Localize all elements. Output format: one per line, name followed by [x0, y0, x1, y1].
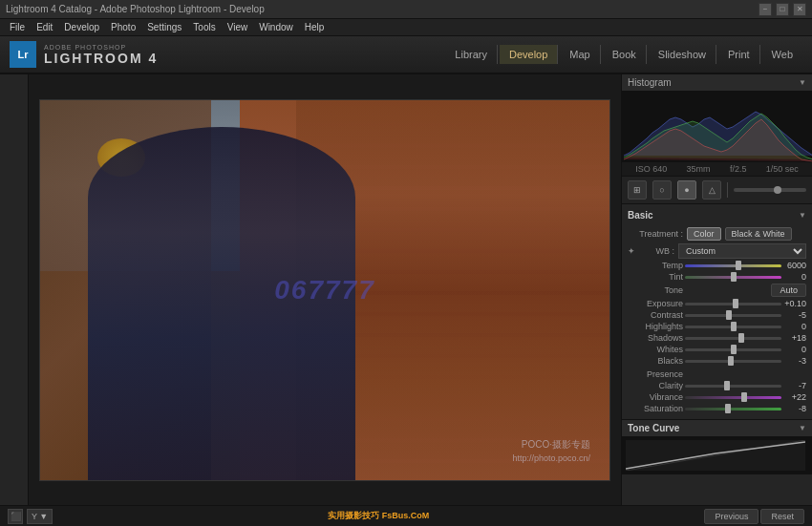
eyedropper-icon[interactable]: ✦ — [628, 246, 635, 256]
nav-tab-book[interactable]: Book — [603, 45, 647, 64]
temp-value: 6000 — [783, 261, 806, 270]
wb-row: ✦ WB : Custom — [628, 243, 806, 259]
reset-button[interactable]: Reset — [760, 509, 804, 524]
saturation-slider[interactable] — [685, 408, 781, 410]
histogram-title: Histogram — [628, 77, 672, 88]
contrast-row: Contrast -5 — [628, 310, 806, 320]
maximize-button[interactable]: □ — [776, 3, 789, 16]
menu-item-view[interactable]: View — [222, 22, 254, 32]
contrast-label: Contrast — [628, 310, 683, 320]
highlights-row: Highlights 0 — [628, 322, 806, 331]
blacks-thumb — [728, 356, 734, 366]
tint-slider[interactable] — [685, 276, 781, 279]
blacks-slider[interactable] — [685, 360, 781, 363]
vibrance-slider[interactable] — [685, 396, 781, 399]
exposure-label: Exposure — [628, 299, 683, 308]
temp-row: Temp 6000 — [628, 261, 806, 270]
close-button[interactable]: ✕ — [793, 3, 806, 16]
histogram-arrow: ▼ — [799, 78, 806, 87]
tone-row: Tone Auto — [628, 284, 806, 297]
nav-tab-develop[interactable]: Develop — [500, 45, 558, 64]
histogram-canvas — [622, 91, 812, 162]
histogram-header: Histogram ▼ — [622, 74, 812, 91]
window-controls[interactable]: − □ ✕ — [759, 3, 806, 16]
tone-curve-header[interactable]: Tone Curve ▼ — [622, 420, 812, 436]
menu-item-edit[interactable]: Edit — [31, 22, 58, 32]
watermark-bottom: 实用摄影技巧 FsBus.CoM — [328, 510, 429, 522]
left-panel — [0, 74, 29, 505]
view-icon[interactable]: ⬛ — [8, 509, 23, 524]
menu-item-develop[interactable]: Develop — [58, 22, 105, 32]
menu-bar: FileEditDevelopPhotoSettingsToolsViewWin… — [0, 19, 812, 36]
shadows-slider[interactable] — [685, 337, 781, 340]
menu-item-settings[interactable]: Settings — [141, 22, 187, 32]
previous-button[interactable]: Previous — [704, 509, 759, 524]
nav-tab-library[interactable]: Library — [445, 45, 498, 64]
color-button[interactable]: Color — [687, 227, 721, 241]
nav-tab-print[interactable]: Print — [718, 45, 760, 64]
temp-slider[interactable] — [685, 264, 781, 267]
menu-item-photo[interactable]: Photo — [105, 22, 141, 32]
whites-row: Whites 0 — [628, 345, 806, 354]
menu-item-tools[interactable]: Tools — [187, 22, 221, 32]
subject-silhouette — [88, 127, 355, 480]
redeye-tool[interactable]: ● — [677, 180, 696, 200]
auto-button[interactable]: Auto — [771, 284, 806, 297]
nav-tab-slideshow[interactable]: Slideshow — [649, 45, 716, 64]
app-title: LIGHTROOM 4 — [44, 51, 158, 66]
gradient-tool[interactable]: △ — [702, 180, 721, 200]
crop-tool[interactable]: ⊞ — [628, 180, 647, 200]
tint-value: 0 — [783, 272, 806, 282]
main-layout: 067777 POCO·摄影专题 http://photo.poco.cn/ H… — [0, 74, 812, 505]
aperture: f/2.5 — [730, 164, 747, 174]
lr-badge: Lr — [10, 41, 36, 68]
clarity-slider[interactable] — [685, 385, 781, 388]
minimize-button[interactable]: − — [759, 3, 772, 16]
exposure-value: +0.10 — [783, 299, 806, 308]
histogram-info: ISO 640 35mm f/2.5 1/50 sec — [622, 162, 812, 176]
tool-slider[interactable] — [734, 188, 806, 192]
exposure-thumb — [733, 299, 738, 308]
bottom-bar: ⬛ Y ▼ 实用摄影技巧 FsBus.CoM Previous Reset — [0, 505, 812, 526]
tone-curve-chart — [626, 440, 805, 471]
temp-label: Temp — [628, 261, 683, 270]
blacks-row: Blacks -3 — [628, 356, 806, 366]
nav-tab-web[interactable]: Web — [762, 45, 802, 64]
presence-row: Presence — [628, 369, 806, 379]
nav-tabs: LibraryDevelopMapBookSlideshowPrintWeb — [445, 45, 802, 64]
adobe-label: ADOBE PHOTOSHOP — [44, 44, 158, 51]
title-text: Lightroom 4 Catalog - Adobe Photoshop Li… — [6, 4, 265, 14]
bw-button[interactable]: Black & White — [725, 227, 792, 241]
shutter-speed: 1/50 sec — [766, 164, 799, 174]
menu-item-window[interactable]: Window — [253, 22, 299, 32]
wb-select[interactable]: Custom — [678, 243, 806, 259]
spot-heal-tool[interactable]: ○ — [652, 180, 672, 200]
basic-section-header[interactable]: Basic ▼ — [628, 208, 806, 224]
tint-row: Tint 0 — [628, 272, 806, 282]
tint-label: Tint — [628, 272, 683, 282]
treatment-row: Treatment : Color Black & White — [628, 227, 806, 241]
nav-tab-map[interactable]: Map — [560, 45, 600, 64]
exposure-slider[interactable] — [685, 303, 781, 305]
tone-curve-area — [622, 436, 812, 474]
tool-divider — [727, 182, 728, 198]
vibrance-row: Vibrance +22 — [628, 392, 806, 402]
clarity-value: -7 — [783, 381, 806, 390]
highlights-slider[interactable] — [685, 326, 781, 328]
menu-item-help[interactable]: Help — [299, 22, 331, 32]
iso-value: ISO 640 — [635, 164, 667, 174]
clarity-row: Clarity -7 — [628, 381, 806, 390]
whites-thumb — [731, 345, 737, 354]
wb-label: WB : — [641, 246, 674, 256]
whites-slider[interactable] — [685, 348, 781, 351]
highlights-value: 0 — [783, 322, 806, 331]
menu-item-file[interactable]: File — [4, 22, 31, 32]
photo-container: 067777 POCO·摄影专题 http://photo.poco.cn/ — [39, 99, 610, 481]
tone-curve-title: Tone Curve — [628, 423, 679, 433]
shadows-value: +18 — [783, 333, 806, 343]
whites-label: Whites — [628, 345, 683, 354]
basic-title: Basic — [628, 210, 653, 221]
contrast-slider[interactable] — [685, 314, 781, 317]
coord-label[interactable]: Y ▼ — [27, 509, 53, 524]
clarity-thumb — [724, 381, 730, 390]
